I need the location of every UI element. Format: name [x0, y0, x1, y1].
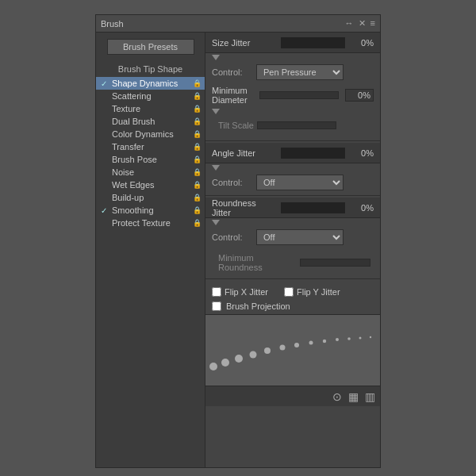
angle-jitter-header: Angle Jitter 0% [205, 143, 380, 163]
sidebar-item-brush-pose[interactable]: Brush Pose 🔒 [96, 153, 205, 166]
svg-point-7 [309, 340, 313, 344]
svg-point-3 [250, 351, 257, 358]
lock-icon: 🔒 [193, 194, 202, 202]
triangle-icon-3 [212, 165, 220, 171]
size-jitter-label: Size Jitter [212, 38, 276, 48]
triangle-row-2 [205, 107, 380, 115]
roundness-jitter-bar[interactable] [281, 202, 345, 213]
check-icon: ✓ [101, 206, 112, 215]
minimum-diameter-label: Minimum Diameter [212, 86, 256, 105]
triangle-row-1 [205, 53, 380, 61]
divider-2 [205, 195, 380, 196]
sidebar-item-shape-dynamics[interactable]: ✓ Shape Dynamics 🔒 [96, 77, 205, 90]
sidebar-item-label: Color Dynamics [112, 129, 191, 139]
bottom-toolbar: ⊙ ▦ ▥ [205, 386, 380, 406]
lock-icon: 🔒 [193, 117, 202, 125]
sidebar-item-build-up[interactable]: Build-up 🔒 [96, 191, 205, 204]
sidebar-item-label: Dual Brush [112, 117, 191, 126]
svg-point-12 [370, 336, 371, 337]
lock-icon: 🔒 [193, 130, 202, 138]
angle-jitter-label: Angle Jitter [212, 148, 276, 158]
svg-point-6 [294, 343, 299, 347]
brush-tip-shape-label: Brush Tip Shape [96, 63, 205, 77]
close-icon[interactable]: ✕ [359, 18, 366, 29]
sidebar-item-label: Build-up [112, 193, 191, 202]
tilt-scale-label: Tilt Scale [218, 121, 254, 130]
svg-point-5 [280, 344, 286, 350]
grid-icon[interactable]: ▦ [348, 390, 359, 403]
lock-icon: 🔒 [193, 79, 202, 87]
minimum-diameter-bar[interactable] [259, 91, 339, 99]
size-jitter-bar[interactable] [281, 37, 345, 48]
size-jitter-value: 0% [350, 38, 374, 48]
lock-icon: 🔒 [193, 206, 202, 214]
sidebar-item-label: Scattering [112, 91, 191, 101]
sidebar-item-dual-brush[interactable]: Dual Brush 🔒 [96, 115, 205, 128]
brush-projection-row: Brush Projection [205, 298, 380, 314]
divider-3 [205, 278, 380, 279]
roundness-jitter-header: Roundness Jitter 0% [205, 198, 380, 218]
sidebar-item-label: Brush Pose [112, 155, 191, 164]
svg-point-10 [347, 337, 351, 340]
sidebar-item-label: Noise [112, 167, 191, 177]
control-row-1: Control: Pen Pressure [205, 61, 380, 83]
sidebar-item-label: Protect Texture [112, 218, 191, 228]
divider-1 [205, 140, 380, 141]
minimum-diameter-value: 0% [345, 89, 374, 102]
minimum-diameter-row: Minimum Diameter 0% [205, 83, 380, 107]
flip-y-row: Flip Y Jitter [284, 287, 340, 297]
control-row-3: Control: Off [205, 226, 380, 248]
control-label-1: Control: [212, 67, 251, 77]
triangle-icon-2 [212, 109, 220, 114]
lock-icon: 🔒 [193, 181, 202, 189]
roundness-control-select[interactable]: Off [256, 229, 344, 245]
sidebar-item-color-dynamics[interactable]: Color Dynamics 🔒 [96, 128, 205, 140]
brush-projection-label: Brush Projection [226, 301, 290, 311]
sidebar-item-texture[interactable]: Texture 🔒 [96, 102, 205, 115]
flip-y-label: Flip Y Jitter [297, 287, 340, 297]
sidebar-item-label: Smoothing [112, 205, 191, 215]
sidebar-item-noise[interactable]: Noise 🔒 [96, 166, 205, 178]
flip-x-checkbox[interactable] [212, 287, 221, 297]
control-row-2: Control: Off [205, 171, 380, 194]
tilt-scale-bar[interactable] [257, 121, 336, 129]
svg-point-1 [221, 359, 229, 367]
svg-point-9 [336, 338, 339, 341]
angle-jitter-bar[interactable] [281, 148, 345, 159]
flip-x-row: Flip X Jitter [212, 287, 268, 297]
angle-jitter-value: 0% [350, 148, 374, 158]
svg-point-0 [209, 363, 217, 370]
pen-pressure-select[interactable]: Pen Pressure [256, 64, 344, 80]
panel-title: Brush [101, 19, 124, 29]
brush-presets-button[interactable]: Brush Presets [107, 39, 194, 55]
svg-point-8 [323, 339, 326, 342]
minimum-roundness-label: Minimum Roundness [212, 251, 297, 274]
lock-icon: 🔒 [193, 105, 202, 113]
sidebar: Brush Presets Brush Tip Shape ✓ Shape Dy… [96, 33, 205, 467]
roundness-jitter-label: Roundness Jitter [212, 198, 276, 217]
sidebar-item-label: Transfer [112, 142, 191, 152]
brush-projection-checkbox[interactable] [212, 301, 221, 311]
resize-icon[interactable]: ↔ [345, 18, 354, 29]
sidebar-item-transfer[interactable]: Transfer 🔒 [96, 140, 205, 153]
flip-row: Flip X Jitter Flip Y Jitter [205, 286, 380, 298]
sidebar-item-smoothing[interactable]: ✓ Smoothing 🔒 [96, 204, 205, 217]
flip-x-label: Flip X Jitter [225, 287, 268, 297]
flip-y-checkbox[interactable] [284, 287, 294, 297]
lock-icon: 🔒 [193, 168, 202, 176]
checkmark-icon[interactable]: ⊙ [332, 390, 342, 403]
control-label-2: Control: [212, 178, 251, 187]
angle-control-select[interactable]: Off [256, 175, 344, 190]
menu-icon[interactable]: ≡ [370, 18, 375, 29]
lock-icon: 🔒 [193, 92, 202, 100]
preview-svg [205, 323, 380, 378]
triangle-row-4 [205, 218, 380, 226]
trash-icon[interactable]: ▥ [365, 390, 375, 403]
sidebar-item-label: Shape Dynamics [112, 79, 191, 88]
sidebar-item-protect-texture[interactable]: Protect Texture 🔒 [96, 217, 205, 229]
roundness-jitter-value: 0% [350, 203, 374, 213]
sidebar-item-wet-edges[interactable]: Wet Edges 🔒 [96, 178, 205, 191]
sidebar-item-scattering[interactable]: Scattering 🔒 [96, 90, 205, 102]
main-content: Size Jitter 0% Control: Pen Pressure Min… [205, 33, 380, 467]
minimum-roundness-bar[interactable] [300, 259, 370, 267]
